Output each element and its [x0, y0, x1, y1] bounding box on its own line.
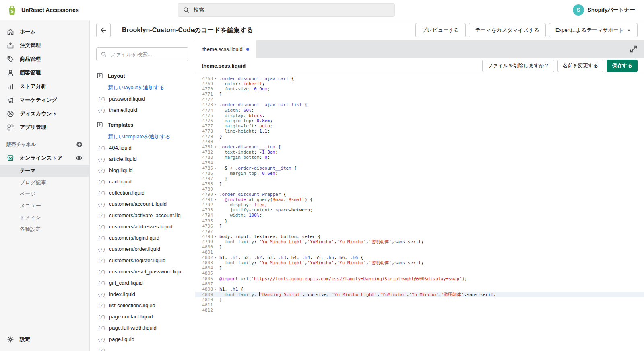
- code-line[interactable]: 4812: [195, 308, 644, 313]
- code-line[interactable]: 4781▾.order-discount__item {: [195, 144, 644, 150]
- sidebar-subitem[interactable]: ドメイン: [0, 211, 89, 223]
- code-line[interactable]: 4782 text-indent: -1.3em;: [195, 150, 644, 155]
- preview-button[interactable]: プレビューする: [415, 23, 466, 37]
- code-line[interactable]: 4787 }: [195, 176, 644, 181]
- file-search[interactable]: [96, 47, 188, 61]
- customize-theme-button[interactable]: テーマをカスタマイズする: [469, 23, 546, 37]
- code-line[interactable]: 4795 }: [195, 218, 644, 224]
- code-line[interactable]: 4797: [195, 229, 644, 234]
- file-item[interactable]: {/}theme.liquid: [90, 105, 195, 116]
- code-line[interactable]: 4807: [195, 281, 644, 287]
- sidebar-subitem[interactable]: 各種設定: [0, 223, 89, 235]
- file-item[interactable]: {/}page.full-width.liquid: [90, 322, 195, 334]
- code-line[interactable]: 4793 justify-content: space-between;: [195, 207, 644, 213]
- file-item[interactable]: {/}customers/activate_account.liq: [90, 210, 195, 221]
- code-line[interactable]: 4785▾ & + .order-discount__item {: [195, 166, 644, 171]
- code-line[interactable]: 4771}: [195, 92, 644, 97]
- sidebar-subitem[interactable]: テーマ: [0, 165, 89, 177]
- code-line[interactable]: 4780: [195, 139, 644, 144]
- sidebar-item-analytics[interactable]: ストア分析: [0, 80, 89, 93]
- code-line[interactable]: 4798▾body, input, textarea, button, sele…: [195, 234, 644, 239]
- avatar[interactable]: S: [573, 4, 584, 16]
- tab-theme-scss-liquid[interactable]: theme.scss.liquid: [195, 40, 256, 58]
- code-line[interactable]: 4772: [195, 97, 644, 102]
- code-line[interactable]: 4809 font-family: 'Dancing Script', curs…: [195, 292, 644, 297]
- file-item[interactable]: {/}blog.liquid: [90, 165, 195, 176]
- code-line[interactable]: 4802▾h1, .h1, h2, .h2, h3, .h3, h4, .h4,…: [195, 255, 644, 260]
- fold-arrow-icon[interactable]: ▾: [213, 255, 218, 260]
- code-line[interactable]: 4811: [195, 302, 644, 308]
- add-file-link[interactable]: 新しいtemplateを追加する: [90, 131, 195, 142]
- file-search-input[interactable]: [110, 51, 184, 57]
- file-item[interactable]: {/}password.liquid: [90, 93, 195, 105]
- code-line[interactable]: 4774 width: 60%;: [195, 108, 644, 113]
- code-line[interactable]: 4792 display: flex;: [195, 202, 644, 207]
- file-item[interactable]: {/}collection.liquid: [90, 187, 195, 199]
- code-line[interactable]: 4810}: [195, 297, 644, 302]
- account-name[interactable]: Shopifyパートナー: [588, 6, 635, 14]
- code-line[interactable]: 4777 margin-left: auto;: [195, 123, 644, 129]
- sidebar-subitem[interactable]: ブログ記事: [0, 177, 89, 188]
- file-item[interactable]: {/}customers/login.liquid: [90, 232, 195, 244]
- sidebar-item-customers[interactable]: 顧客管理: [0, 66, 89, 80]
- code-line[interactable]: 4775 display: block;: [195, 113, 644, 118]
- sidebar-item-orders[interactable]: 注文管理: [0, 39, 89, 52]
- code-area[interactable]: 4768▾.order-discount--ajax-cart {4769 co…: [195, 74, 644, 351]
- code-line[interactable]: 4779}: [195, 134, 644, 139]
- file-item[interactable]: {/}404.liquid: [90, 142, 195, 154]
- delete-file-button[interactable]: ファイルを削除しますか？: [482, 60, 554, 72]
- code-line[interactable]: 4804}: [195, 265, 644, 271]
- code-line[interactable]: 4783 margin-bottom: 0;: [195, 155, 644, 160]
- sidebar-item-discounts[interactable]: ディスカウント: [0, 107, 89, 121]
- code-line[interactable]: 4791▾ @include at-query($max, $small) {: [195, 197, 644, 202]
- code-line[interactable]: 4808▾h1, .h1 {: [195, 287, 644, 292]
- file-item[interactable]: {/}customers/order.liquid: [90, 244, 195, 255]
- code-line[interactable]: 4789: [195, 187, 644, 192]
- back-button[interactable]: [96, 23, 111, 37]
- global-search[interactable]: [178, 3, 395, 17]
- sidebar-subitem[interactable]: メニュー: [0, 200, 89, 211]
- fold-arrow-icon[interactable]: ▾: [213, 102, 218, 107]
- code-line[interactable]: 4796}: [195, 224, 644, 229]
- code-line[interactable]: 4788}: [195, 181, 644, 187]
- code-line[interactable]: 4768▾.order-discount--ajax-cart {: [195, 76, 644, 81]
- fullscreen-expand-icon[interactable]: [629, 44, 638, 54]
- file-item[interactable]: {/}customers/account.liquid: [90, 199, 195, 210]
- expert-support-button[interactable]: Expertによるテーマサポート: [549, 23, 638, 37]
- file-item[interactable]: {/}page.contact.liquid: [90, 311, 195, 322]
- add-file-link[interactable]: 新しいlayoutを追加する: [90, 82, 195, 93]
- file-item[interactable]: {/}gift_card.liquid: [90, 277, 195, 289]
- file-item[interactable]: {/}customers/addresses.liquid: [90, 221, 195, 232]
- sidebar-item-settings[interactable]: 設定: [0, 333, 89, 346]
- code-line[interactable]: 4803 font-family: 'Yu Mincho Light','YuM…: [195, 260, 644, 265]
- file-item[interactable]: {/}customers/reset_password.liqu: [90, 266, 195, 277]
- fold-arrow-icon[interactable]: ▾: [213, 144, 218, 150]
- sidebar-item-home[interactable]: ホーム: [0, 25, 89, 39]
- fold-arrow-icon[interactable]: ▾: [213, 192, 218, 197]
- code-line[interactable]: 4786 margin-top: 0.6em;: [195, 171, 644, 176]
- file-item[interactable]: {/}cart.liquid: [90, 176, 195, 187]
- sidebar-item-online-store[interactable]: オンラインストア: [0, 151, 89, 165]
- file-item[interactable]: {/}page.liquid: [90, 334, 195, 345]
- sidebar-subitem[interactable]: ページ: [0, 188, 89, 200]
- file-item[interactable]: {/}list-collections.liquid: [90, 300, 195, 311]
- code-line[interactable]: 4773▾.order-discount--ajax-cart-list {: [195, 102, 644, 107]
- code-line[interactable]: 4770 font-size: 0.9em;: [195, 86, 644, 92]
- sidebar-item-apps[interactable]: アプリ管理: [0, 121, 89, 134]
- file-item[interactable]: {/}index.liquid: [90, 289, 195, 300]
- code-line[interactable]: 4799 font-family: 'Yu Mincho Light','YuM…: [195, 239, 644, 244]
- code-line[interactable]: 4776 margin-top: 0.8em;: [195, 118, 644, 123]
- code-line[interactable]: 4800}: [195, 244, 644, 250]
- fold-arrow-icon[interactable]: ▾: [213, 197, 218, 202]
- rename-file-button[interactable]: 名前を変更する: [557, 60, 603, 72]
- code-line[interactable]: 4801: [195, 250, 644, 255]
- code-line[interactable]: 4805: [195, 271, 644, 276]
- fold-arrow-icon[interactable]: ▾: [213, 166, 218, 171]
- file-item[interactable]: {/}customers/register.liquid: [90, 255, 195, 266]
- sidebar-item-marketing[interactable]: マーケティング: [0, 93, 89, 107]
- code-line[interactable]: 4794 width: 100%;: [195, 213, 644, 218]
- view-store-eye-icon[interactable]: [75, 154, 83, 162]
- file-section-header[interactable]: Layout: [90, 69, 195, 82]
- code-line[interactable]: 4778 line-height: 1.1;: [195, 129, 644, 134]
- add-sales-channel-button[interactable]: [76, 141, 83, 148]
